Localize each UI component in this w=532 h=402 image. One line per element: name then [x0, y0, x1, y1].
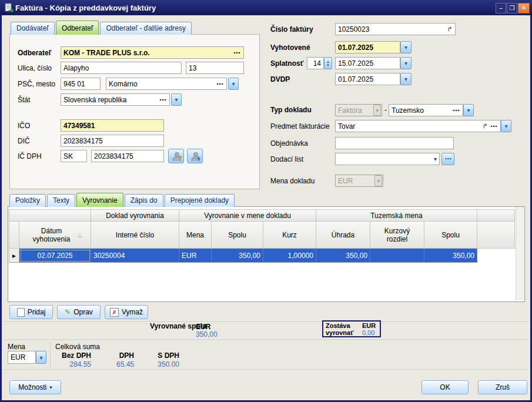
dodaci-list-field[interactable]: ▾: [335, 153, 440, 165]
zrus-button[interactable]: Zruš: [478, 380, 527, 394]
stat-field[interactable]: Slovenská republika ⋯: [61, 93, 170, 106]
mesto-field[interactable]: Komárno ⋯: [106, 78, 227, 90]
zostava-currency: EUR: [362, 322, 376, 329]
tab-polozky[interactable]: Položky: [9, 194, 46, 207]
cell-spolu2[interactable]: 350,00: [424, 249, 477, 263]
column-header-interne-cislo[interactable]: Interné číslo: [91, 222, 179, 249]
column-header-uhrada[interactable]: Úhrada: [316, 222, 370, 249]
mena-dropdown-button[interactable]: ▾: [36, 351, 46, 364]
chevron-down-icon: ▾: [504, 123, 507, 129]
chevron-down-icon: ▾: [373, 105, 381, 116]
s-dph-label: S DPH: [138, 351, 179, 360]
cell-mena[interactable]: EUR: [179, 249, 212, 263]
tab-odberatel[interactable]: Odberateľ: [56, 21, 99, 35]
oprav-button[interactable]: ✎ Oprav: [57, 305, 101, 319]
cell-spolu[interactable]: 350,00: [212, 249, 263, 263]
new-page-icon: [17, 308, 25, 317]
cislo-field[interactable]: 13: [186, 62, 244, 74]
typ-lookup-icon[interactable]: ⋯: [453, 106, 460, 115]
icdph-field[interactable]: 2023834175: [91, 150, 164, 162]
chevron-down-icon: ▾: [232, 81, 235, 87]
cell-uhrada[interactable]: 350,00: [316, 249, 370, 263]
table-scrollbar[interactable]: [516, 207, 524, 300]
cell-datum[interactable]: 02.07.2025: [19, 249, 91, 263]
column-header-spolu[interactable]: Spolu: [212, 222, 263, 249]
dic-field[interactable]: 2023834175: [61, 135, 164, 147]
pridaj-button[interactable]: Pridaj: [9, 305, 53, 319]
add-partner-button[interactable]: +: [187, 149, 203, 163]
window-title: Faktúra - Kópia z preddavkovej faktúry: [15, 4, 156, 12]
verify-vat-button[interactable]: ?: [168, 149, 184, 163]
predmet-dropdown-button[interactable]: ▾: [501, 120, 511, 132]
column-header-kurzovy-rozdiel[interactable]: Kurzový rozdiel: [370, 222, 424, 249]
document-icon: [4, 3, 14, 13]
titlebar[interactable]: Faktúra - Kópia z preddavkovej faktúry: [0, 0, 532, 15]
dvdp-dropdown-button[interactable]: ▾: [400, 73, 411, 85]
dvdp-field[interactable]: 01.07.2025: [335, 73, 400, 85]
maximize-button[interactable]: ❐: [507, 3, 517, 14]
vyhotovene-field[interactable]: 01.07.2025: [335, 41, 400, 53]
chevron-down-icon: ▾: [467, 107, 470, 113]
mena-label: Mena: [8, 343, 25, 351]
splatnost-label: Splatnosť: [270, 59, 303, 68]
odberatel-label: Odberateľ: [18, 49, 51, 57]
predmet-lookup-icon[interactable]: ⋯: [490, 122, 498, 130]
ulica-field[interactable]: Alapyho: [61, 62, 182, 74]
typ-tuzemsko-field[interactable]: Tuzemsko ⋯: [389, 104, 463, 116]
predmet-field[interactable]: Tovar ↱ ⋯: [335, 120, 501, 132]
typ-dropdown-button[interactable]: ▾: [463, 104, 474, 116]
dvdp-label: DVDP: [270, 75, 290, 83]
cell-kurz[interactable]: 1,00000: [263, 249, 316, 263]
tab-zapis-do[interactable]: Zápis do: [125, 194, 163, 207]
icdph-prefix-field[interactable]: SK: [61, 150, 87, 162]
group-header-doklad: Doklad vyrovnania: [91, 209, 179, 222]
table-row[interactable]: ▸ 02.07.2025 30250004 EUR 350,00 1,00000…: [9, 249, 515, 263]
ico-field[interactable]: 47349581: [61, 119, 164, 132]
mesto-lookup-icon[interactable]: ⋯: [216, 80, 224, 88]
psc-field[interactable]: 945 01: [61, 78, 101, 90]
mesto-dropdown-button[interactable]: ▾: [228, 78, 239, 90]
cell-interne-cislo[interactable]: 30250004: [91, 249, 179, 263]
counter-icon[interactable]: ↱: [483, 122, 488, 130]
typ-dokladu-combo: Faktúra ▾: [335, 104, 382, 116]
vyrovnane-spolu-label: Vyrovnané spolu: [150, 323, 191, 330]
vymaz-button[interactable]: ✗ Vymaž: [105, 305, 148, 319]
s-dph-value: 350.00: [138, 360, 179, 369]
vyhotovene-dropdown-button[interactable]: ▾: [400, 41, 411, 53]
column-header-spolu2[interactable]: Spolu: [424, 222, 477, 249]
divider: [4, 321, 528, 323]
tab-dodavatel[interactable]: Dodávateľ: [11, 22, 55, 35]
moznosti-button[interactable]: Možnosti ▾: [9, 380, 61, 394]
cislo-faktury-label: Číslo faktúry: [270, 25, 313, 34]
stat-dropdown-button[interactable]: ▾: [171, 93, 182, 106]
objednavka-field[interactable]: [335, 137, 454, 149]
odberatel-field[interactable]: KOM - TRADE PLUS s.r.o. ⋯: [61, 46, 244, 59]
column-header-datum[interactable]: Dátum vyhotovenia △: [19, 222, 91, 249]
tab-vyrovnanie[interactable]: Vyrovnanie: [76, 193, 123, 207]
splatnost-spinner[interactable]: ▲ ▼: [324, 57, 332, 69]
column-header-kurz[interactable]: Kurz: [263, 222, 316, 249]
group-header-vyrovnanie: Vyrovnanie v mene dokladu: [179, 209, 316, 222]
tab-texty[interactable]: Texty: [47, 194, 75, 207]
ulica-label: Ulica, číslo: [18, 64, 52, 72]
chevron-down-icon[interactable]: ▾: [434, 156, 437, 162]
tab-prepojene-doklady[interactable]: Prepojené doklady: [165, 194, 235, 207]
close-button[interactable]: ✕: [518, 3, 530, 14]
cislo-faktury-field[interactable]: 10250023 ↱: [335, 23, 456, 35]
mena-combo[interactable]: EUR: [8, 351, 36, 364]
odberatel-lookup-icon[interactable]: ⋯: [233, 49, 241, 57]
tab-odberatel-dalsie-adresy[interactable]: Odberateľ - ďalšie adresy: [100, 22, 192, 35]
splatnost-date-field[interactable]: 15.07.2025: [335, 57, 400, 69]
close-icon: ✕: [521, 5, 526, 11]
splatnost-dropdown-button[interactable]: ▾: [400, 57, 411, 69]
splatnost-days-field[interactable]: 14: [307, 57, 324, 69]
column-header-mena[interactable]: Mena: [179, 222, 212, 249]
minimize-button[interactable]: –: [496, 3, 506, 14]
counter-icon[interactable]: ↱: [447, 25, 453, 33]
stat-lookup-icon[interactable]: ⋯: [159, 96, 167, 104]
zostava-vyrovnat-box: Zostáva vyrovnať EUR 0,00: [322, 320, 381, 337]
cell-kurzovy-rozdiel[interactable]: [370, 249, 424, 263]
mena-dokladu-combo: EUR ▾: [335, 175, 383, 187]
dodaci-list-lookup-button[interactable]: ⋯: [441, 153, 454, 165]
ok-button[interactable]: OK: [421, 380, 469, 394]
